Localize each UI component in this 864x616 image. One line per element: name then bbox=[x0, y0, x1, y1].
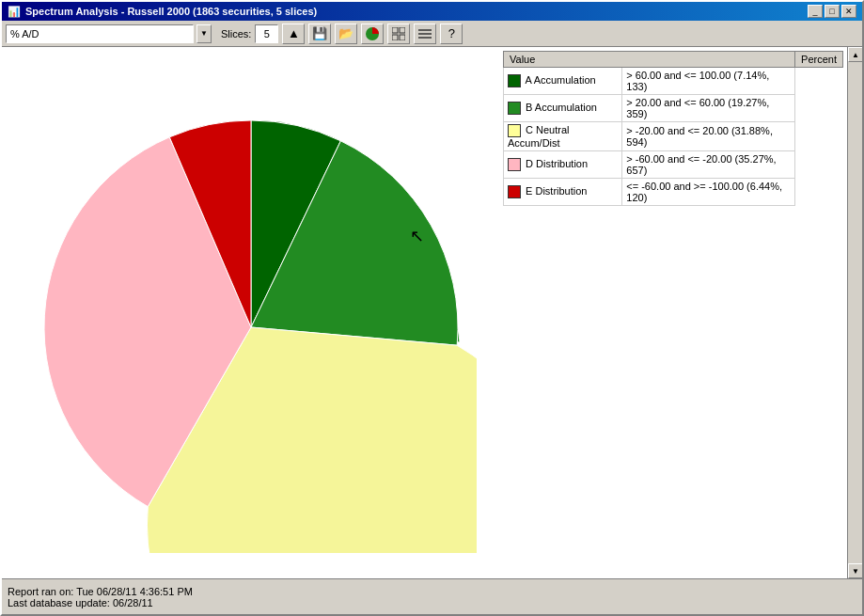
legend-row-label: E Distribution bbox=[526, 185, 587, 197]
legend-color-cell: B Accumulation bbox=[504, 95, 622, 122]
svg-rect-2 bbox=[400, 27, 405, 33]
maximize-button[interactable]: □ bbox=[825, 5, 840, 18]
legend-row-label: A Accumulation bbox=[525, 74, 595, 86]
grid-view-button[interactable] bbox=[387, 24, 410, 44]
legend-col-value: Value bbox=[504, 52, 795, 68]
increment-slices-button[interactable]: ▲ bbox=[282, 24, 305, 44]
legend-row-e-distribution: E Distribution <= -60.00 and >= -100.00 … bbox=[504, 179, 843, 206]
svg-rect-3 bbox=[392, 35, 398, 40]
legend-row-range: > 60.00 and <= 100.00 (7.14%, 133) bbox=[622, 68, 795, 95]
svg-rect-4 bbox=[400, 35, 405, 40]
legend-color-box bbox=[508, 102, 521, 115]
legend-row-range: <= -60.00 and >= -100.00 (6.44%, 120) bbox=[622, 179, 795, 206]
legend-color-box bbox=[508, 185, 521, 198]
status-line2: Last database update: 06/28/11 bbox=[8, 597, 856, 608]
scroll-up-button[interactable]: ▲ bbox=[848, 47, 862, 62]
minimize-button[interactable]: _ bbox=[808, 5, 823, 18]
save-button[interactable]: 💾 bbox=[308, 24, 331, 44]
title-bar-title: 📊 Spectrum Analysis - Russell 2000 (1863… bbox=[8, 6, 317, 18]
legend-row-a-accumulation: A Accumulation > 60.00 and <= 100.00 (7.… bbox=[504, 68, 843, 95]
open-button[interactable]: 📂 bbox=[335, 24, 357, 44]
list-view-button[interactable] bbox=[414, 24, 436, 44]
legend-row-c-neutral-accum/dist: C Neutral Accum/Dist > -20.00 and <= 20.… bbox=[504, 122, 843, 151]
legend-color-box bbox=[508, 158, 521, 171]
title-bar-buttons: _ □ ✕ bbox=[808, 5, 856, 18]
legend-color-cell: D Distribution bbox=[504, 151, 622, 179]
legend-table: Value Percent A Accumulation > 60.00 and… bbox=[503, 51, 843, 206]
legend-row-range: > -60.00 and <= -20.00 (35.27%, 657) bbox=[622, 151, 795, 179]
legend-color-box bbox=[508, 74, 521, 87]
legend-col-percent: Percent bbox=[795, 52, 843, 68]
status-bar: Report ran on: Tue 06/28/11 4:36:51 PM L… bbox=[2, 578, 862, 614]
pie-chart-button[interactable] bbox=[361, 24, 384, 44]
status-line1: Report ran on: Tue 06/28/11 4:36:51 PM bbox=[8, 586, 856, 597]
legend-color-cell: A Accumulation bbox=[504, 68, 622, 95]
pie-chart bbox=[25, 73, 477, 553]
legend-row-label: D Distribution bbox=[526, 158, 588, 169]
main-content: ↖ Value Percent A Accumulation > 6 bbox=[2, 47, 847, 578]
legend-color-box bbox=[508, 124, 521, 137]
main-window: 📊 Spectrum Analysis - Russell 2000 (1863… bbox=[0, 0, 864, 616]
scrollbar-right: ▲ ▼ bbox=[847, 47, 862, 578]
window-title: Spectrum Analysis - Russell 2000 (1863 s… bbox=[25, 6, 317, 17]
title-bar: 📊 Spectrum Analysis - Russell 2000 (1863… bbox=[2, 2, 862, 21]
indicator-dropdown[interactable]: % A/D bbox=[6, 24, 194, 43]
legend-row-d-distribution: D Distribution > -60.00 and <= -20.00 (3… bbox=[504, 151, 843, 179]
legend-color-cell: C Neutral Accum/Dist bbox=[504, 122, 622, 151]
toolbar: % A/D ▼ Slices: ▲ 💾 📂 bbox=[2, 21, 862, 47]
scroll-down-button[interactable]: ▼ bbox=[848, 563, 862, 578]
slices-label: Slices: bbox=[221, 28, 251, 39]
chart-area: ↖ bbox=[2, 47, 499, 578]
dropdown-arrow[interactable]: ▼ bbox=[196, 24, 212, 43]
legend-area: Value Percent A Accumulation > 60.00 and… bbox=[499, 47, 847, 578]
legend-row-label: B Accumulation bbox=[526, 102, 597, 113]
slices-input[interactable] bbox=[255, 24, 278, 43]
close-button[interactable]: ✕ bbox=[841, 5, 856, 18]
help-button[interactable]: ? bbox=[440, 24, 463, 44]
legend-row-b-accumulation: B Accumulation > 20.00 and <= 60.00 (19.… bbox=[504, 95, 843, 122]
legend-row-range: > 20.00 and <= 60.00 (19.27%, 359) bbox=[622, 95, 795, 122]
svg-rect-1 bbox=[392, 27, 398, 33]
legend-row-range: > -20.00 and <= 20.00 (31.88%, 594) bbox=[622, 122, 795, 151]
legend-color-cell: E Distribution bbox=[504, 179, 622, 206]
app-icon: 📊 bbox=[8, 6, 21, 18]
scroll-track bbox=[848, 62, 862, 563]
